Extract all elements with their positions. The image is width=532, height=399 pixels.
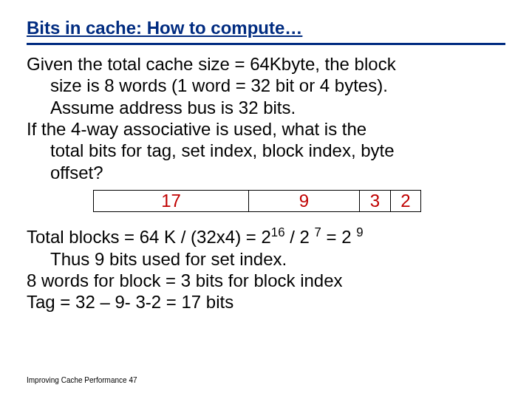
calc-total-blocks: Total blocks = 64 K / (32x4) = 216 / 2 7… bbox=[27, 225, 505, 247]
problem-line-3: Assume address bus is 32 bits. bbox=[50, 98, 505, 117]
field-block-index: 3 bbox=[359, 190, 390, 212]
calc-eq: = 2 bbox=[321, 227, 356, 247]
slide-title: Bits in cache: How to compute… bbox=[27, 18, 505, 45]
field-set-index: 9 bbox=[248, 190, 359, 212]
slide: Bits in cache: How to compute… Given the… bbox=[0, 0, 532, 399]
field-tag: 17 bbox=[93, 190, 248, 212]
exp-7: 7 bbox=[315, 225, 321, 239]
exp-9: 9 bbox=[356, 225, 363, 239]
field-byte-offset: 2 bbox=[390, 190, 421, 212]
question-line-3: offset? bbox=[50, 163, 505, 183]
question-line-1: If the 4-way associative is used, what i… bbox=[27, 119, 505, 139]
calc-tag: Tag = 32 – 9- 3-2 = 17 bits bbox=[27, 292, 505, 312]
calc-thus: Thus 9 bits used for set index. bbox=[50, 249, 505, 269]
exp-16: 16 bbox=[271, 225, 285, 239]
slide-footer: Improving Cache Performance 47 bbox=[27, 376, 137, 384]
slide-body: Given the total cache size = 64Kbyte, th… bbox=[27, 54, 505, 313]
calc-blocks-prefix: Total blocks = 64 K / (32x4) = 2 bbox=[27, 227, 271, 247]
calc-words: 8 words for block = 3 bits for block ind… bbox=[27, 270, 505, 290]
problem-line-1: Given the total cache size = 64Kbyte, th… bbox=[27, 54, 505, 74]
problem-line-2: size is 8 words (1 word = 32 bit or 4 by… bbox=[50, 75, 505, 95]
bit-field-diagram: 17 9 3 2 bbox=[93, 190, 505, 212]
question-line-2: total bits for tag, set index, block ind… bbox=[50, 140, 505, 160]
calc-mid: / 2 bbox=[285, 227, 315, 247]
